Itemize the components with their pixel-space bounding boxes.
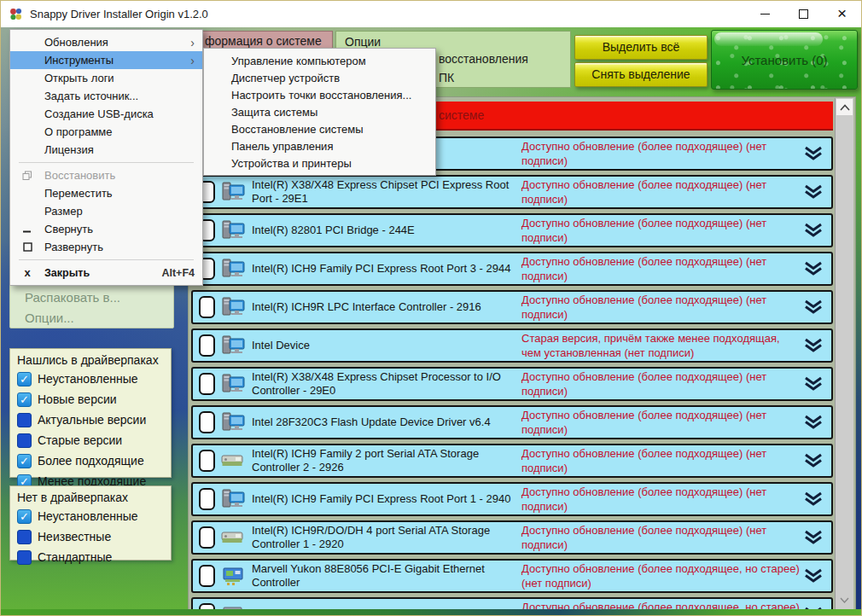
expand-chevron-icon[interactable] [802,453,824,468]
checkbox-unchecked[interactable] [17,550,32,565]
filter-item[interactable]: Новые версии [10,389,171,410]
expand-chevron-icon[interactable] [802,223,824,238]
menu-item-minimize-label: Свернуть [44,223,158,235]
menu-item-license[interactable]: Лицензия [10,141,202,159]
menu-item-move[interactable]: Переместить [10,184,202,202]
expand-chevron-icon[interactable] [802,146,824,161]
vertical-scrollbar[interactable] [835,98,853,609]
expand-chevron-icon[interactable] [802,184,824,200]
checkbox-checked[interactable] [17,372,32,386]
filter-item[interactable]: Неустановленные [10,506,171,526]
driver-checkbox[interactable] [199,488,215,510]
driver-checkbox[interactable] [199,526,215,549]
menu-item-close[interactable]: xЗакрытьAlt+F4 [10,264,202,282]
filter-item[interactable]: Неизвестные [10,526,171,547]
submenu-item-device-manager[interactable]: Диспетчер устройств [204,69,435,86]
maximize-button[interactable] [784,1,823,27]
driver-name: Marvell Yukon 88E8056 PCI-E Gigabit Ethe… [252,562,518,590]
driver-row[interactable]: D-Link DFE-520TX PCI Fast Ethernet Adapt… [191,597,833,610]
driver-checkbox[interactable] [199,411,215,433]
minimize-button[interactable] [746,1,784,27]
filter-item[interactable]: Старые версии [10,430,171,450]
driver-checkbox[interactable] [199,373,215,395]
filter-item[interactable]: Актуальные версии [10,410,171,430]
driver-checkbox[interactable] [199,296,215,318]
menu-item-maximize-label: Развернуть [44,241,158,253]
expand-chevron-icon[interactable] [802,415,824,430]
main-context-menu: Обновления›Инструменты›Открыть логиЗадат… [9,29,203,286]
menu-item-open-logs[interactable]: Открыть логи [10,69,202,87]
driver-name: Intel(R) ICH9 Family PCI Express Root Po… [252,262,518,276]
submenu-item-system-protection[interactable]: Защита системы [204,103,435,120]
unpack-to-button[interactable]: Распаковать в... [25,288,173,308]
pc-icon [220,296,246,318]
menu-item-updates[interactable]: Обновления› [10,33,202,51]
driver-row[interactable]: Intel(R) ICH9 Family PCI Express Root Po… [191,482,833,516]
expand-chevron-icon[interactable] [802,376,824,392]
filter-item[interactable]: Более подходящие [10,450,171,471]
menu-item-maximize[interactable]: Развернуть [10,238,202,256]
driver-row[interactable]: Intel(R) ICH9R LPC Interface Controller … [191,290,833,324]
scroll-up-button[interactable] [836,99,853,115]
driver-checkbox[interactable] [199,334,215,357]
expand-chevron-icon[interactable] [802,338,824,353]
driver-row[interactable]: Intel DeviceСтарая версия, причём также … [191,328,833,363]
submenu-item-control-panel[interactable]: Панель управления [204,137,435,154]
checkbox-checked[interactable] [17,392,32,407]
menu-item-about[interactable]: О программе [10,123,202,141]
driver-checkbox[interactable] [199,565,215,587]
options-button[interactable]: Опции... [25,308,173,328]
menu-item-tools[interactable]: Инструменты› [10,51,202,69]
menu-item-set-source-label: Задать источник... [44,90,158,102]
menu-item-minimize[interactable]: Свернуть [10,220,202,238]
filter-item[interactable]: Стандартные [10,547,171,567]
driver-row[interactable]: Intel(R) 82801 PCI Bridge - 244EДоступно… [191,213,833,247]
expand-chevron-icon[interactable] [802,261,824,276]
pc-icon [220,219,246,241]
select-all-button[interactable]: Выделить всё [574,35,708,60]
submenu-item-system-restore[interactable]: Восстановление системы [204,120,435,137]
submenu-item-restore-points[interactable]: Настроить точки восстановления... [204,86,435,103]
driver-row[interactable]: Intel(R) ICH9 Family PCI Express Root Po… [191,252,833,286]
checkbox-unchecked[interactable] [17,433,32,448]
submenu-arrow-icon: › [158,54,202,67]
install-button[interactable]: Установить (0) [711,30,858,90]
disk-icon [220,450,246,472]
menu-item-size[interactable]: Размер [10,202,202,220]
driver-row[interactable]: Intel(R) X38/X48 Express Chipset PCI Exp… [191,175,833,209]
scroll-down-button[interactable] [836,593,853,607]
install-button-label: Установить (0) [741,53,827,67]
submenu-item-computer-management[interactable]: Управление компьютером [204,52,435,69]
menu-item-close-label: Закрыть [44,267,158,279]
driver-row[interactable]: Intel(R) ICH9R/DO/DH 4 port Serial ATA S… [191,520,833,555]
driver-row[interactable]: Intel(R) X38/X48 Express Chipset Process… [191,367,833,401]
expand-chevron-icon[interactable] [802,568,824,584]
driver-row[interactable]: Intel(R) ICH9 Family 2 port Serial ATA S… [191,444,833,478]
menu-item-set-source[interactable]: Задать источник... [10,87,202,105]
menu-item-create-usb[interactable]: Создание USB-диска [10,105,202,123]
filter-item-label: Новые версии [38,392,117,406]
driver-row[interactable]: Intel 28F320C3 Flash Update Device Drive… [191,405,833,439]
driver-name: Intel(R) ICH9R LPC Interface Controller … [252,300,518,314]
deselect-all-button[interactable]: Снять выделение [574,62,708,87]
expand-chevron-icon[interactable] [802,491,824,507]
driver-checkbox[interactable] [199,450,215,472]
checkbox-unchecked[interactable] [17,413,32,427]
driver-row[interactable]: Marvell Yukon 88E8056 PCI-E Gigabit Ethe… [191,559,833,593]
expand-chevron-icon[interactable] [802,299,824,315]
filter-item-label: Стандартные [38,550,112,564]
submenu-arrow-icon: › [158,36,202,49]
checkbox-unchecked[interactable] [17,530,32,544]
submenu-item-devices-printers[interactable]: Устройства и принтеры [204,154,435,171]
checkbox-checked[interactable] [17,509,32,524]
menu-item-create-usb-label: Создание USB-диска [44,108,158,120]
checkbox-checked[interactable] [17,454,32,468]
driver-status: Доступно обновление (более подходящее) (… [521,216,801,245]
close-button[interactable]: × [823,1,861,27]
pc-icon [220,181,246,203]
pc-icon [220,334,246,357]
expand-chevron-icon[interactable] [802,530,824,545]
tab-options[interactable]: Опции [345,35,381,49]
filter-item[interactable]: Неустановленные [10,369,171,389]
menu-separator [19,162,194,163]
